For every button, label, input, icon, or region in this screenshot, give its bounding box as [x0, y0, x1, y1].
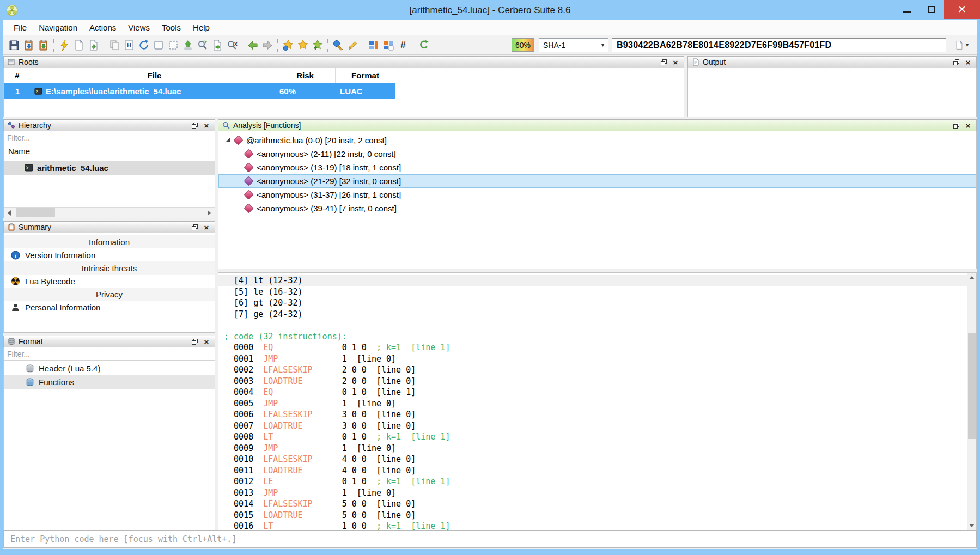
close-panel-button[interactable]: ×	[671, 58, 680, 66]
summary-item-personal-information[interactable]: Personal Information	[4, 301, 215, 314]
horizontal-scrollbar[interactable]	[4, 207, 215, 218]
bookmark-icon[interactable]	[295, 38, 310, 53]
code-line[interactable]: 0016 LT 1 0 0 ; k=1 [line 1]	[224, 521, 976, 530]
close-panel-button[interactable]: ×	[964, 121, 972, 130]
code-line[interactable]	[224, 320, 976, 331]
select-range-icon[interactable]	[166, 38, 180, 53]
code-line[interactable]: 0014 LFALSESKIP 5 0 0 [line 0]	[224, 498, 976, 510]
col-risk[interactable]: Risk	[275, 68, 336, 83]
scroll-right-button[interactable]	[204, 208, 215, 218]
hierarchy-title-bar[interactable]: Hierarchy ×	[3, 119, 215, 131]
menu-navigation[interactable]: Navigation	[33, 21, 83, 34]
code-line[interactable]: [6] gt (20-32)	[224, 297, 976, 309]
edit-pencil-icon[interactable]	[345, 38, 360, 53]
layout-report-icon[interactable]	[366, 38, 381, 53]
table-row[interactable]: 1 E:\samples\luac\arithmetic_54.luac 60%…	[4, 83, 684, 99]
search-add-icon[interactable]	[195, 38, 210, 53]
rescan-icon[interactable]	[416, 38, 431, 53]
summary-title-bar[interactable]: Summary ×	[3, 221, 215, 233]
code-line[interactable]: 0015 LOADTRUE 5 0 0 [line 0]	[224, 510, 976, 521]
minimize-button[interactable]	[894, 0, 919, 19]
scrollbar-thumb[interactable]	[16, 208, 55, 217]
code-line[interactable]: 0005 JMP 1 [line 0]	[224, 398, 976, 410]
refresh-icon[interactable]	[136, 38, 151, 53]
code-line[interactable]: 0013 JMP 1 [line 0]	[224, 487, 976, 499]
code-line[interactable]: 0003 LOADTRUE 2 0 0 [line 0]	[224, 376, 976, 387]
scroll-left-button[interactable]	[4, 208, 15, 218]
export-file-icon[interactable]	[210, 38, 224, 53]
add-bookmark-icon[interactable]	[310, 38, 325, 53]
code-line[interactable]: [4] lt (12-32)	[218, 275, 976, 286]
function-tree-root[interactable]: @arithmetic.lua (0-0) [20 instr, 2 const…	[218, 133, 976, 147]
save-icon[interactable]	[7, 38, 21, 53]
code-line[interactable]: 0009 JMP 1 [line 0]	[224, 443, 976, 454]
scroll-up-button[interactable]	[967, 273, 976, 282]
menu-help[interactable]: Help	[187, 21, 216, 34]
search-clear-icon[interactable]: x	[224, 38, 239, 53]
summary-item-lua-bytecode[interactable]: Lua Bytecode	[4, 275, 215, 288]
hash-value-field[interactable]: B930422BA62B78E8014E8922D7E6F99B457F01FD	[612, 38, 946, 52]
close-panel-button[interactable]: ×	[202, 223, 211, 231]
back-icon[interactable]	[245, 38, 260, 53]
code-line[interactable]: 0001 JMP 1 [line 0]	[224, 353, 976, 365]
scan-lightning-icon[interactable]	[57, 38, 71, 53]
float-panel-button[interactable]	[952, 58, 960, 66]
copy-hash-button[interactable]: ▾	[949, 38, 973, 53]
code-line[interactable]: 0002 LFALSESKIP 2 0 0 [line 0]	[224, 364, 976, 376]
close-panel-button[interactable]: ×	[202, 121, 211, 130]
format-filter-input[interactable]	[4, 350, 215, 358]
menu-file[interactable]: File	[8, 21, 33, 34]
hash-algo-select[interactable]: SHA-1▾	[539, 38, 608, 52]
code-line[interactable]: 0000 EQ 0 1 0 ; k=1 [line 1]	[224, 342, 976, 353]
code-line[interactable]: 0008 LT 0 1 0 ; k=1 [line 1]	[224, 431, 976, 443]
code-line[interactable]: [5] le (16-32)	[224, 286, 976, 298]
function-tree-item[interactable]: <anonymous> (13-19) [18 instr, 1 const]	[218, 161, 976, 174]
extract-up-icon[interactable]	[180, 38, 195, 53]
output-title-bar[interactable]: Output ×	[687, 56, 977, 68]
roots-title-bar[interactable]: Roots ×	[3, 56, 684, 68]
col-file[interactable]: File	[31, 68, 275, 83]
vertical-scrollbar[interactable]	[967, 273, 976, 530]
close-panel-button[interactable]: ×	[202, 337, 211, 346]
copy-clipboard-icon[interactable]	[21, 38, 36, 53]
code-line[interactable]: 0010 LFALSESKIP 4 0 0 [line 0]	[224, 454, 976, 465]
col-format[interactable]: Format	[336, 68, 395, 83]
select-all-icon[interactable]	[151, 38, 166, 53]
title-bar[interactable]: [arithmetic_54.luac] - Cerbero Suite 8.6…	[0, 0, 980, 20]
annotate-globe-icon[interactable]	[331, 38, 345, 53]
maximize-button[interactable]	[919, 0, 944, 19]
code-line[interactable]: 0007 LOADTRUE 3 0 0 [line 0]	[224, 420, 976, 432]
copy-page-icon[interactable]	[107, 38, 121, 53]
code-line[interactable]: 0012 LE 0 1 0 ; k=1 [line 1]	[224, 476, 976, 487]
close-panel-button[interactable]: ×	[964, 58, 972, 66]
menu-views[interactable]: Views	[122, 21, 156, 34]
hash-symbol-icon[interactable]: #	[395, 38, 410, 53]
bookmark-globe-icon[interactable]	[281, 38, 295, 53]
function-tree-item[interactable]: <anonymous> (31-37) [26 instr, 1 const]	[218, 188, 976, 202]
hierarchy-item[interactable]: arithmetic_54.luac	[4, 161, 215, 175]
close-button[interactable]: ✕	[944, 0, 980, 19]
forward-icon[interactable]	[260, 38, 275, 53]
function-tree-item[interactable]: <anonymous> (39-41) [7 instr, 0 const]	[218, 202, 976, 215]
format-item-functions[interactable]: Functions	[4, 375, 215, 389]
code-line[interactable]: 0006 LFALSESKIP 3 0 0 [line 0]	[224, 409, 976, 420]
menu-tools[interactable]: Tools	[156, 21, 187, 34]
float-panel-button[interactable]	[190, 337, 199, 346]
float-panel-button[interactable]	[190, 223, 199, 231]
scroll-down-button[interactable]	[967, 521, 976, 530]
format-title-bar[interactable]: Format ×	[3, 336, 215, 347]
col-num[interactable]: #	[4, 68, 31, 83]
hex-view-icon[interactable]: H	[121, 38, 136, 53]
code-line[interactable]: 0004 EQ 0 1 0 [line 1]	[224, 387, 976, 398]
expander-icon[interactable]	[226, 138, 230, 143]
new-file-icon[interactable]	[71, 38, 86, 53]
add-file-icon[interactable]	[86, 38, 101, 53]
code-line[interactable]: ; code (32 instructions):	[224, 331, 976, 343]
function-tree-item-selected[interactable]: <anonymous> (21-29) [32 instr, 0 const]	[218, 174, 976, 188]
python-input[interactable]	[4, 534, 976, 544]
analysis-title-bar[interactable]: Analysis [Functions] ×	[218, 119, 977, 131]
float-panel-button[interactable]	[952, 121, 960, 130]
code-line[interactable]: [7] ge (24-32)	[224, 309, 976, 320]
format-item-header[interactable]: Header (Lua 5.4)	[4, 362, 215, 375]
paste-clipboard-icon[interactable]	[36, 38, 51, 53]
